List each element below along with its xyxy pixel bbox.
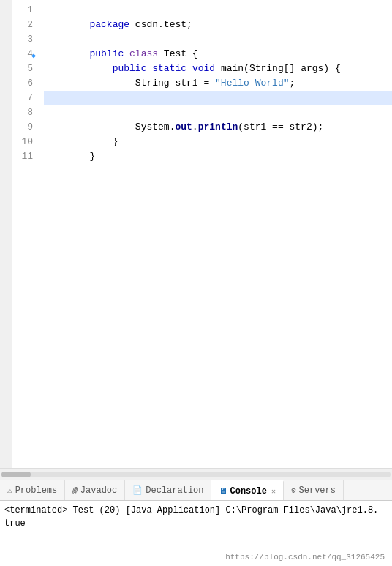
line-num-1: 1 xyxy=(12,3,33,18)
line-num-3: 3 xyxy=(12,32,33,47)
console-true-output: true xyxy=(4,518,26,529)
problems-icon: ⚠ xyxy=(7,485,12,495)
editor-gutter xyxy=(0,0,12,468)
code-line-7 xyxy=(44,91,392,105)
code-line-10: } xyxy=(44,135,392,149)
console-terminated-text: <terminated> Test (20) [Java Application… xyxy=(4,505,378,515)
servers-icon: ⚙ xyxy=(291,485,296,495)
line-num-2: 2 xyxy=(12,18,33,32)
line-num-10: 10 xyxy=(12,135,33,149)
tab-console-label: Console xyxy=(230,486,266,496)
tab-declaration-label: Declaration xyxy=(146,485,203,496)
tab-declaration[interactable]: 📄 Declaration xyxy=(125,480,211,500)
console-footer: https://blog.csdn.net/qq_31265425 xyxy=(0,551,392,566)
code-line-1: package csdn.test; xyxy=(44,3,392,18)
tab-javadoc[interactable]: @ Javadoc xyxy=(65,480,125,500)
line-num-11: 11 xyxy=(12,149,33,164)
console-output-line: true xyxy=(4,517,388,530)
console-close-hint: ✕ xyxy=(271,487,276,496)
code-line-5: String str1 = "Hello World"; xyxy=(44,62,392,76)
scroll-track[interactable] xyxy=(1,472,391,477)
code-line-3: public class Test { xyxy=(44,32,392,47)
tab-problems[interactable]: ⚠ Problems xyxy=(0,480,65,500)
declaration-icon: 📄 xyxy=(132,485,143,495)
console-icon: 🖥 xyxy=(219,486,227,496)
console-terminated-line: <terminated> Test (20) [Java Application… xyxy=(4,504,388,517)
csdn-link[interactable]: https://blog.csdn.net/qq_31265425 xyxy=(225,553,385,562)
code-editor[interactable]: package csdn.test; public class Test { p… xyxy=(39,0,392,468)
code-line-4: public static void main(String[] args) { xyxy=(44,47,392,62)
tab-problems-label: Problems xyxy=(15,485,58,496)
line-num-7: 7 xyxy=(12,91,33,105)
console-output: <terminated> Test (20) [Java Application… xyxy=(0,501,392,551)
tab-servers[interactable]: ⚙ Servers xyxy=(284,480,344,500)
tab-console[interactable]: 🖥 Console ✕ xyxy=(211,480,283,500)
tab-javadoc-label: Javadoc xyxy=(80,485,117,496)
code-line-2 xyxy=(44,18,392,32)
tab-servers-label: Servers xyxy=(299,485,336,496)
javadoc-icon: @ xyxy=(72,486,78,495)
editor-scrollbar[interactable] xyxy=(0,468,392,480)
bottom-tab-bar: ⚠ Problems @ Javadoc 📄 Declaration 🖥 Con… xyxy=(0,480,392,500)
line-num-5: 5 xyxy=(12,62,33,76)
code-line-6: String str2 = "Hello World"; xyxy=(44,76,392,91)
code-line-11 xyxy=(44,149,392,164)
code-line-8: System.out.println(str1 == str2); xyxy=(44,105,392,120)
line-num-4: 4 xyxy=(12,47,33,62)
line-numbers: 1 2 3 4 5 6 7 8 9 10 11 xyxy=(12,0,39,468)
line-num-9: 9 xyxy=(12,120,33,135)
line-num-6: 6 xyxy=(12,76,33,91)
line-num-8: 8 xyxy=(12,105,33,120)
code-line-9: } xyxy=(44,120,392,135)
console-area: <terminated> Test (20) [Java Application… xyxy=(0,500,392,566)
scroll-thumb[interactable] xyxy=(1,472,31,477)
